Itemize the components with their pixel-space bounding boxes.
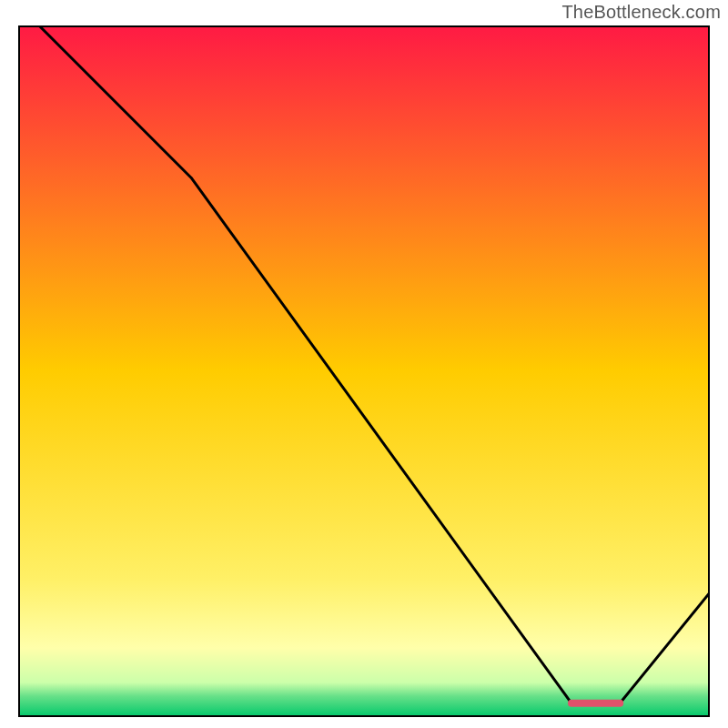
attribution-text: TheBottleneck.com [561, 2, 721, 23]
chart-area [18, 25, 710, 717]
gradient-background [18, 25, 710, 717]
chart-svg [18, 25, 710, 717]
